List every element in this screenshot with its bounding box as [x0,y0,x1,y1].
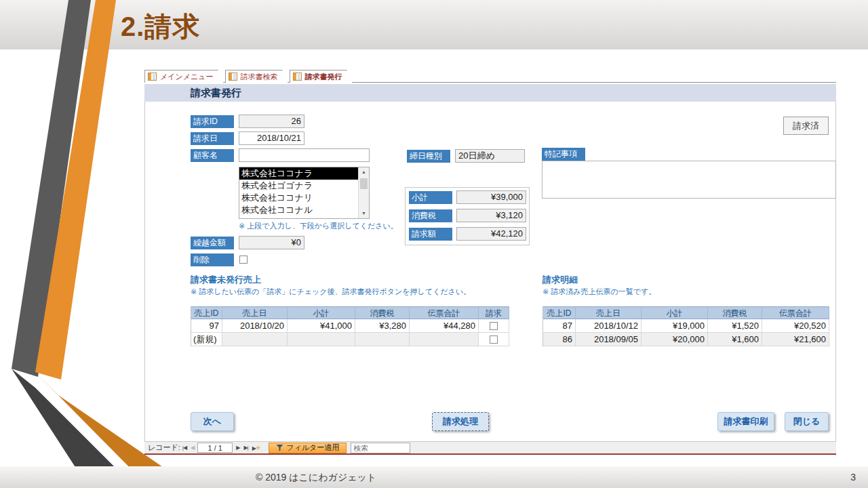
special-notes-label: 特記事項 [542,148,585,161]
column-header[interactable]: 伝票合計 [762,306,829,319]
list-item[interactable]: 株式会社ココナル [239,204,358,216]
footer-band: © 2019 はこにわガジェット 3 [0,466,868,488]
table-cell[interactable]: ¥41,000 [288,319,355,333]
slide: 2.請求 © 2019 はこにわガジェット 3 メインメニュー 請求書検索 請求… [0,0,868,488]
column-header[interactable]: 伝票合計 [410,306,479,319]
delete-checkbox[interactable] [239,256,248,264]
invoice-details-table: 売上ID 売上日 小計 消費税 伝票合計 87 2018/10/12 ¥19,0… [542,306,829,346]
filter-icon [276,444,283,451]
tab-label: 請求書発行 [305,72,342,82]
table-cell[interactable]: ¥20,520 [762,319,829,333]
billed-amount-field: ¥42,120 [456,227,526,241]
unbilled-sales-title: 請求書未発行売上 [191,274,261,286]
column-header[interactable]: 売上ID [543,306,576,319]
slide-title: 2.請求 [121,8,200,45]
column-header[interactable]: 請求 [479,306,509,319]
table-cell[interactable]: 2018/10/20 [222,319,288,333]
column-header[interactable]: 消費税 [355,306,410,319]
column-header[interactable]: 売上日 [576,306,642,319]
scroll-up-icon[interactable]: ▲ [359,167,369,177]
tab-bar: メインメニュー 請求書検索 請求書発行 [144,70,836,83]
record-nav-label: レコード: [148,443,180,453]
subtotal-label: 小計 [409,191,452,204]
column-header[interactable]: 売上日 [222,306,288,319]
column-header[interactable]: 小計 [642,306,708,319]
process-billing-button[interactable]: 請求処理 [432,412,489,431]
table-cell [479,333,509,346]
billing-checkbox[interactable] [490,322,498,330]
special-notes-textarea[interactable] [542,161,836,199]
new-record-icon[interactable]: ▶✳ [250,445,262,451]
closing-type-label: 締日種別 [407,150,450,163]
unbilled-sales-note: ※ 請求したい伝票の「請求」にチェック後、請求書発行ボタンを押してください。 [191,287,471,297]
table-cell [410,333,479,346]
tab-invoice-search[interactable]: 請求書検索 [225,70,288,83]
invoice-id-field: 26 [239,115,304,128]
delete-label: 削除 [191,253,234,266]
invoice-details-title: 請求明細 [542,274,578,286]
form-icon [148,73,157,81]
close-button[interactable]: 閉じる [785,412,829,431]
invoice-details-note: ※ 請求済み売上伝票の一覧です。 [542,287,656,297]
table-cell [222,333,288,346]
carryover-label: 繰越金額 [191,237,234,249]
next-button[interactable]: 次へ [191,412,234,431]
tab-invoice-issue[interactable]: 請求書発行 [290,70,353,83]
table-cell[interactable]: ¥44,280 [410,319,479,333]
column-header[interactable]: 消費税 [708,306,762,319]
carryover-field: ¥0 [239,236,304,249]
table-cell[interactable]: ¥1,520 [708,319,762,333]
table-cell[interactable]: ¥19,000 [642,319,708,333]
customer-name-label: 顧客名 [191,149,234,162]
next-record-icon[interactable]: ▶ [234,445,241,451]
form-bottom-border [144,453,836,455]
table-cell [355,333,410,346]
table-cell[interactable]: 2018/10/12 [576,319,642,333]
listbox-scrollbar[interactable]: ▲ ▼ [358,167,369,218]
last-record-icon[interactable]: ▶| [241,445,250,451]
invoice-date-field[interactable]: 2018/10/21 [239,131,304,145]
record-position[interactable]: 1 / 1 [197,443,233,453]
table-cell-new-record[interactable]: (新規) [191,333,222,346]
filter-label: フィルター適用 [286,443,339,453]
tab-label: 請求書検索 [241,72,278,82]
customer-name-input[interactable] [239,148,370,162]
list-item[interactable]: 株式会社ココナラ [239,167,358,180]
billing-checkbox[interactable] [490,336,498,344]
table-cell[interactable]: ¥20,000 [642,333,708,346]
invoice-id-label: 請求ID [191,115,234,128]
table-cell [288,333,355,346]
billed-amount-label: 請求額 [409,228,452,241]
form-header-band: 請求書発行 [144,83,836,102]
orange-stripe-upper [35,0,116,380]
print-invoice-button[interactable]: 請求書印刷 [717,412,774,431]
tax-field: ¥3,120 [456,209,526,222]
list-item[interactable]: 株式会社ココナリ [239,192,358,204]
table-cell[interactable]: ¥3,280 [355,319,410,333]
table-cell[interactable]: 87 [543,319,576,333]
subtotal-field: ¥39,000 [456,190,526,204]
table-cell [479,319,509,333]
filter-applied-button[interactable]: フィルター適用 [269,443,347,453]
previous-record-icon[interactable]: ◀ [189,445,196,451]
invoice-date-label: 請求日 [191,132,234,145]
tab-main-menu[interactable]: メインメニュー [144,70,224,83]
table-cell[interactable]: ¥21,600 [762,333,829,346]
page-number: 3 [850,472,856,483]
list-item[interactable]: 株式会社ゴゴナラ [239,180,358,192]
table-cell[interactable]: 97 [191,319,222,333]
gray-stripe-upper [12,0,91,377]
first-record-icon[interactable]: |◀ [180,445,189,451]
form-icon [293,73,302,81]
record-search-input[interactable] [351,443,410,453]
column-header[interactable]: 小計 [288,306,355,319]
table-cell[interactable]: ¥1,600 [708,333,762,346]
column-header[interactable]: 売上ID [191,306,222,319]
customer-note: ※ 上段で入力し、下段から選択してください。 [239,221,398,231]
table-cell[interactable]: 2018/09/05 [576,333,642,346]
scrollbar-thumb[interactable] [360,178,368,189]
customer-listbox[interactable]: 株式会社ココナラ 株式会社ゴゴナラ 株式会社ココナリ 株式会社ココナル ▲ ▼ [239,167,370,219]
table-cell[interactable]: 86 [543,333,576,346]
scroll-down-icon[interactable]: ▼ [359,209,369,218]
record-navigation-bar: レコード: |◀ ◀ 1 / 1 ▶ ▶| ▶✳ フィルター適用 [144,441,836,453]
